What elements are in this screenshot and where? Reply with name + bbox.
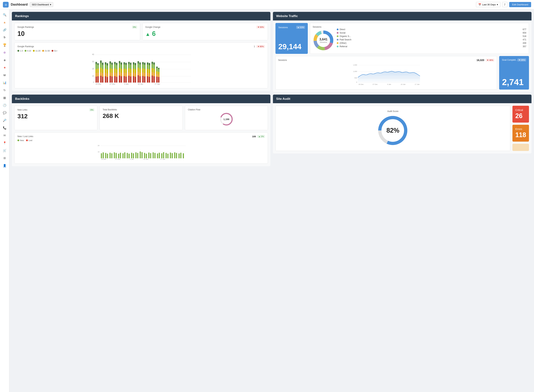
svg-text:3 Jan: 3 Jan (130, 158, 134, 160)
critical-value: 26 (515, 112, 526, 120)
svg-text:1,500: 1,500 (353, 64, 357, 66)
sidebar-item-star[interactable]: ★ (1, 64, 8, 71)
sidebar-item-cart[interactable]: 🛒 (1, 147, 8, 154)
sidebar-item-email[interactable]: ✉ (1, 132, 8, 139)
sidebar-item-brand[interactable]: b (1, 34, 8, 41)
rankings-chart-card: Google Rankings 1 ▼ 80% (14, 42, 268, 88)
svg-rect-82 (128, 68, 130, 72)
svg-rect-199 (140, 151, 141, 158)
sidebar-item-chart[interactable]: 📊 (1, 79, 8, 86)
svg-rect-88 (130, 65, 132, 69)
svg-rect-187 (114, 152, 115, 158)
sidebar-item-clock[interactable]: 🕐 (1, 102, 8, 108)
traffic-top-row: Sessions ▲ 11% 29,144 Sessions (276, 23, 529, 54)
dot-organic (337, 35, 339, 37)
legend-dot-1-3 (17, 50, 19, 52)
dashboard-name: SEO Dashboard (32, 3, 49, 6)
sessions-blue-value: 29,144 (278, 42, 305, 51)
google-change-label: Google Change (145, 26, 160, 28)
svg-text:3 Jan: 3 Jan (387, 84, 391, 85)
sidebar-item-search[interactable]: 🔍 (1, 11, 8, 18)
sidebar-item-settings[interactable]: ⊛ (1, 49, 8, 56)
sidebar-item-table[interactable]: ▦ (1, 94, 8, 101)
label-referral: Referral (340, 45, 347, 48)
svg-rect-50 (114, 76, 116, 83)
triangle-up-icon: ▲ (145, 31, 150, 37)
sidebar-item-a[interactable]: a (1, 19, 8, 25)
sidebar-item-location[interactable]: 📍 (1, 140, 8, 146)
legend-label-51plus: 51+ (54, 50, 57, 52)
svg-rect-30 (105, 76, 106, 83)
svg-rect-119 (144, 63, 146, 65)
total-backlinks-label: Total Backlinks (103, 108, 180, 111)
new-label: New (20, 139, 24, 141)
sidebar-item-refresh[interactable]: ↻ (1, 87, 8, 93)
svg-rect-37 (107, 70, 108, 73)
legend-1-3: 1-3 (17, 50, 23, 52)
sidebar-item-phone[interactable]: 📞 (1, 125, 8, 131)
svg-rect-200 (142, 152, 143, 158)
calendar-icon: 📅 (478, 3, 481, 6)
goal-card: Goal Completi... ▼ 26% 2,741 (499, 56, 529, 89)
sidebar-item-tag[interactable]: ◈ (1, 57, 8, 63)
svg-rect-111 (142, 72, 144, 76)
date-range-button[interactable]: 📅 Last 30 Days ▾ (476, 2, 501, 7)
app-logo: ◇ (3, 2, 9, 8)
svg-rect-98 (135, 65, 136, 69)
svg-text:20 Dec: 20 Dec (101, 158, 106, 160)
svg-rect-192 (124, 152, 125, 158)
chart-header: Google Rankings 1 ▼ 80% (17, 45, 265, 48)
svg-text:500: 500 (354, 77, 357, 79)
sidebar-item-trophy[interactable]: 🏆 (1, 42, 8, 48)
svg-rect-87 (130, 69, 132, 73)
sidebar-item-search2[interactable]: 🔎 (1, 117, 8, 123)
svg-rect-137 (153, 69, 155, 73)
svg-rect-99 (135, 63, 136, 65)
donut-center-sub: Sessions (319, 41, 327, 43)
sidebar-item-grid[interactable]: ⊞ (1, 155, 8, 161)
svg-text:17 Jan: 17 Jan (154, 83, 160, 85)
svg-text:20: 20 (92, 68, 94, 70)
val-paid: 471 (523, 38, 526, 41)
legend-referral: Referral 357 (337, 45, 526, 48)
svg-rect-48 (111, 65, 113, 69)
chart-badge-val: 1 (254, 45, 255, 48)
svg-rect-80 (128, 76, 130, 83)
svg-rect-27 (102, 69, 104, 73)
main-content: Rankings Google Rankings 0% 10 (9, 9, 534, 392)
sidebar-item-user[interactable]: 👤 (1, 162, 8, 169)
svg-rect-12 (95, 69, 97, 73)
svg-rect-26 (102, 73, 104, 77)
svg-rect-76 (125, 73, 127, 77)
svg-rect-25 (102, 77, 104, 83)
sidebar-item-chat[interactable]: 💬 (1, 109, 8, 116)
site-audit-panel: Site Audit Audit Score (273, 95, 531, 154)
goal-label: Goal Completi... (502, 59, 517, 61)
svg-rect-141 (156, 74, 158, 77)
rankings-section: Rankings Google Rankings 0% 10 (12, 12, 270, 92)
svg-text:20 Dec: 20 Dec (358, 84, 364, 85)
sidebar-item-mail[interactable]: M (1, 72, 8, 78)
site-audit-header: Site Audit (273, 95, 531, 103)
edit-dashboard-button[interactable]: Edit Dashboard (509, 2, 531, 7)
traffic-panel: Website Traffic Sessions ▲ 11% 29,144 (273, 12, 531, 92)
google-change-value: ▲ 6 (145, 30, 265, 37)
svg-rect-64 (119, 61, 120, 63)
svg-text:1,000: 1,000 (353, 70, 357, 72)
legend-dot-51plus (52, 50, 53, 52)
share-button[interactable]: ⤴ (502, 2, 507, 7)
legend-dot-11-20 (33, 50, 35, 52)
svg-text:10 Jan: 10 Jan (401, 84, 405, 85)
svg-rect-75 (125, 77, 127, 83)
svg-rect-32 (105, 69, 106, 73)
svg-text:3 Jan: 3 Jan (124, 83, 129, 85)
svg-rect-65 (121, 76, 122, 83)
sidebar-item-link[interactable]: 🔗 (1, 27, 8, 33)
donut-left: Sessions (313, 26, 334, 51)
dashboard-selector[interactable]: SEO Dashboard ▾ (30, 2, 53, 7)
svg-rect-131 (152, 72, 153, 75)
audit-badges: Critical 26 Errors 118 (512, 106, 529, 151)
svg-text:10 Jan: 10 Jan (138, 83, 143, 85)
svg-text:27 Dec: 27 Dec (115, 158, 120, 160)
svg-rect-23 (100, 63, 102, 68)
